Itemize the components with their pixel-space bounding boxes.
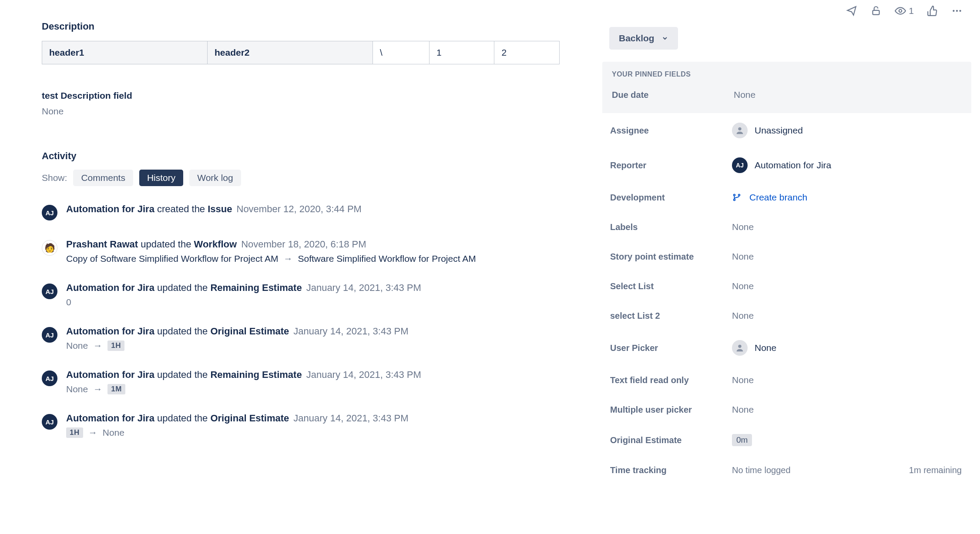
time-logged: No time logged bbox=[732, 465, 791, 475]
history-item: AJAutomation for Jira updated the Origin… bbox=[42, 326, 574, 351]
field-original-estimate[interactable]: Original Estimate 0m bbox=[601, 424, 971, 456]
history-item: AJAutomation for Jira updated the Remain… bbox=[42, 369, 574, 394]
history-verb: updated the bbox=[157, 282, 208, 293]
user-picker-label: User Picker bbox=[610, 343, 732, 353]
field-reporter[interactable]: Reporter AJ Automation for Jira bbox=[601, 148, 971, 183]
multi-user-picker-value: None bbox=[732, 404, 754, 415]
original-estimate-label: Original Estimate bbox=[610, 435, 732, 445]
history-line: Automation for Jira updated the Remainin… bbox=[66, 282, 574, 294]
description-heading: Description bbox=[42, 21, 574, 32]
svg-point-4 bbox=[959, 10, 961, 12]
history-body: Automation for Jira updated the Remainin… bbox=[66, 282, 574, 307]
history-item: AJAutomation for Jira created the IssueN… bbox=[42, 204, 574, 220]
history-item: 🧑Prashant Rawat updated the WorkflowNove… bbox=[42, 239, 574, 264]
person-icon bbox=[732, 123, 748, 138]
history-field: Remaining Estimate bbox=[210, 369, 302, 380]
person-icon bbox=[732, 340, 748, 356]
history-actor: Automation for Jira bbox=[66, 413, 154, 424]
due-date-label: Due date bbox=[612, 90, 734, 100]
history-change: None→1H bbox=[66, 340, 574, 351]
avatar: AJ bbox=[42, 327, 57, 343]
feedback-icon[interactable] bbox=[846, 5, 857, 17]
svg-point-7 bbox=[734, 199, 735, 201]
history-actor: Automation for Jira bbox=[66, 282, 154, 293]
history-line: Automation for Jira created the IssueNov… bbox=[66, 204, 574, 215]
text-readonly-label: Text field read only bbox=[610, 375, 732, 385]
avatar: AJ bbox=[42, 205, 57, 220]
tab-history[interactable]: History bbox=[139, 170, 183, 186]
arrow-icon: → bbox=[93, 340, 102, 351]
arrow-icon: → bbox=[88, 427, 97, 438]
due-date-value: None bbox=[734, 90, 755, 100]
status-label: Backlog bbox=[619, 33, 654, 43]
history-line: Automation for Jira updated the Original… bbox=[66, 326, 574, 337]
original-estimate-value: 0m bbox=[732, 434, 752, 446]
time-tracking-values: No time logged 1m remaining bbox=[732, 465, 962, 475]
history-change: None→1M bbox=[66, 384, 574, 394]
history-change: 0 bbox=[66, 297, 574, 307]
history-actor: Prashant Rawat bbox=[66, 239, 138, 250]
field-story-point[interactable]: Story point estimate None bbox=[601, 242, 971, 271]
labels-label: Labels bbox=[610, 222, 732, 232]
history-field: Original Estimate bbox=[210, 413, 289, 424]
create-branch-link[interactable]: Create branch bbox=[732, 192, 807, 203]
issue-main-panel: Description header1 header2 \ 1 2 test D… bbox=[0, 0, 601, 534]
avatar: AJ bbox=[42, 284, 57, 299]
select-list-label: Select List bbox=[610, 281, 732, 291]
svg-point-6 bbox=[734, 194, 735, 196]
multi-user-picker-label: Multiple user picker bbox=[610, 405, 732, 415]
history-change: 1H→None bbox=[66, 427, 574, 438]
more-icon[interactable] bbox=[951, 5, 963, 17]
field-assignee[interactable]: Assignee Unassigned bbox=[601, 113, 971, 148]
history-list: AJAutomation for Jira created the IssueN… bbox=[42, 204, 574, 438]
field-time-tracking[interactable]: Time tracking No time logged 1m remainin… bbox=[601, 456, 971, 485]
select-list-2-label: select List 2 bbox=[610, 311, 732, 321]
history-body: Automation for Jira created the IssueNov… bbox=[66, 204, 574, 220]
avatar: 🧑 bbox=[42, 240, 57, 256]
user-picker-value: None bbox=[732, 340, 776, 356]
svg-point-8 bbox=[738, 194, 740, 196]
field-multi-user-picker[interactable]: Multiple user picker None bbox=[601, 395, 971, 424]
history-change: Copy of Software Simplified Workflow for… bbox=[66, 254, 574, 264]
tab-comments[interactable]: Comments bbox=[73, 170, 133, 186]
avatar: AJ bbox=[732, 157, 748, 173]
history-actor: Automation for Jira bbox=[66, 369, 154, 380]
history-verb: created the bbox=[157, 204, 205, 214]
development-label: Development bbox=[610, 193, 732, 203]
field-select-list-2[interactable]: select List 2 None bbox=[601, 301, 971, 330]
arrow-icon: → bbox=[93, 384, 102, 394]
field-user-picker[interactable]: User Picker None bbox=[601, 330, 971, 365]
history-verb: updated the bbox=[157, 413, 208, 424]
tab-worklog[interactable]: Work log bbox=[189, 170, 241, 186]
activity-tabs: Show: Comments History Work log bbox=[42, 170, 574, 186]
svg-point-1 bbox=[899, 10, 902, 13]
history-field: Original Estimate bbox=[210, 326, 289, 337]
field-labels[interactable]: Labels None bbox=[601, 212, 971, 242]
branch-icon bbox=[732, 193, 742, 202]
custom-field-value[interactable]: None bbox=[42, 106, 574, 117]
watch-icon[interactable]: 1 bbox=[895, 5, 914, 17]
history-verb: updated the bbox=[157, 326, 208, 337]
table-header-2: header2 bbox=[207, 41, 373, 64]
reporter-label: Reporter bbox=[610, 160, 732, 170]
story-point-label: Story point estimate bbox=[610, 252, 732, 262]
history-actor: Automation for Jira bbox=[66, 204, 154, 214]
field-select-list[interactable]: Select List None bbox=[601, 271, 971, 301]
watch-count: 1 bbox=[909, 6, 914, 16]
lock-icon[interactable] bbox=[870, 5, 882, 17]
history-timestamp: January 14, 2021, 3:43 PM bbox=[306, 369, 421, 380]
show-label: Show: bbox=[42, 173, 67, 183]
like-icon[interactable] bbox=[927, 5, 938, 17]
status-dropdown[interactable]: Backlog bbox=[609, 27, 678, 50]
pinned-fields-section: YOUR PINNED FIELDS Due date None bbox=[602, 62, 971, 113]
table-cell-5: 2 bbox=[494, 41, 560, 64]
history-field: Issue bbox=[208, 204, 232, 214]
history-timestamp: January 14, 2021, 3:43 PM bbox=[293, 413, 408, 424]
field-due-date[interactable]: Due date None bbox=[612, 87, 962, 103]
assignee-label: Assignee bbox=[610, 126, 732, 136]
time-tracking-label: Time tracking bbox=[610, 465, 732, 475]
history-verb: updated the bbox=[141, 239, 191, 250]
time-remaining: 1m remaining bbox=[909, 465, 962, 475]
labels-value: None bbox=[732, 222, 754, 232]
history-line: Automation for Jira updated the Remainin… bbox=[66, 369, 574, 380]
